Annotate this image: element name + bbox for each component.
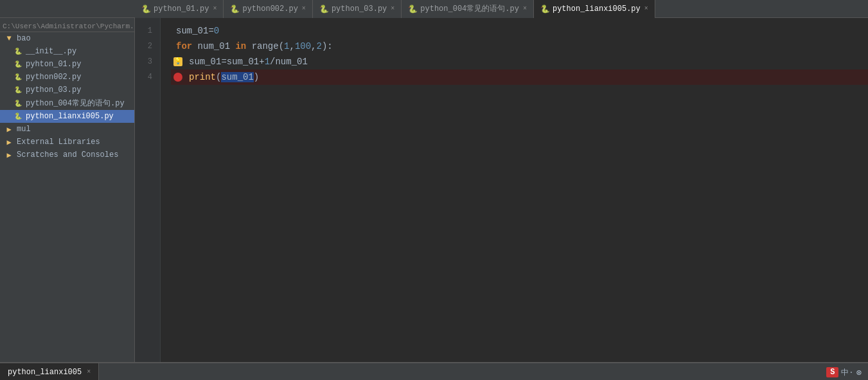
code-line-3: 💡 sum_01=sum_01+1/num_01 (171, 54, 868, 69)
tab-python002[interactable]: 🐍 python002.py × (224, 0, 312, 18)
bottom-tabs-bar: python_lianxi005 × S 中· ⊗ (0, 363, 868, 380)
folder-icon: ▶ (4, 124, 14, 134)
sidebar: C:\Users\Administrator\Pycharm... ▼ bao … (0, 18, 135, 362)
sidebar-item-python002[interactable]: 🐍 python002.py (0, 71, 134, 84)
py-file-icon: 🐍 (13, 85, 23, 95)
code-editor[interactable]: 1 2 3 4 sum_01=0 for num_01 in range(1,1… (135, 18, 868, 362)
tab-close[interactable]: × (644, 5, 648, 12)
code-line-1: sum_01=0 (171, 23, 868, 39)
py-file-icon: 🐍 (319, 5, 328, 14)
py-file-icon: 🐍 (13, 59, 23, 69)
tab-close[interactable]: × (213, 5, 217, 12)
library-icon: ▶ (4, 137, 14, 147)
py-file-icon: 🐍 (230, 5, 239, 14)
sogou-icon: S (826, 367, 838, 377)
bottom-panel: python_lianxi005 × S 中· ⊗ Traceback (mos… (0, 362, 868, 380)
py-file-icon: 🐍 (13, 111, 23, 122)
sidebar-path: C:\Users\Administrator\Pycharm... (0, 21, 134, 32)
code-lines[interactable]: sum_01=0 for num_01 in range(1,100,2): 💡… (161, 18, 868, 362)
sogou-lang: 中· (841, 367, 853, 378)
line-numbers: 1 2 3 4 (135, 18, 161, 362)
code-text-1: sum_01=0 (176, 23, 219, 39)
tab-python03[interactable]: 🐍 python_03.py × (313, 0, 402, 18)
code-text-4: print(sum_01) (189, 69, 259, 85)
sidebar-item-python004[interactable]: 🐍 python_004常见的语句.py (0, 96, 134, 110)
tabs-bar: 🐍 python_01.py × 🐍 python002.py × 🐍 pyth… (0, 0, 868, 18)
sidebar-item-bao[interactable]: ▼ bao (0, 32, 134, 45)
tab-close[interactable]: × (302, 5, 306, 12)
sidebar-item-python03[interactable]: 🐍 python_03.py (0, 84, 134, 96)
code-text-2: for num_01 in range(1,100,2): (176, 39, 333, 54)
sidebar-item-mul[interactable]: ▶ mul (0, 123, 134, 136)
bottom-tab-close[interactable]: × (87, 368, 91, 375)
sidebar-item-scratches[interactable]: ▶ Scratches and Consoles (0, 149, 134, 161)
code-text-3: sum_01=sum_01+1/num_01 (189, 54, 308, 69)
code-line-4: print(sum_01) (171, 69, 868, 85)
py-file-icon: 🐍 (408, 5, 417, 14)
scratch-icon: ▶ (4, 150, 14, 160)
folder-open-icon: ▼ (4, 33, 14, 44)
py-file-icon: 🐍 (13, 72, 23, 82)
sogou-bar: S 中· ⊗ (826, 363, 862, 380)
py-file-icon: 🐍 (13, 98, 23, 109)
code-line-2: for num_01 in range(1,100,2): (171, 39, 868, 54)
sidebar-item-python-lianxi005[interactable]: 🐍 python_lianxi005.py (0, 110, 134, 123)
tab-python004[interactable]: 🐍 python_004常见的语句.py × (402, 0, 534, 18)
tab-python-lianxi005[interactable]: 🐍 python_lianxi005.py × (534, 0, 655, 18)
py-file-icon: 🐍 (13, 46, 23, 57)
editor-area: 1 2 3 4 sum_01=0 for num_01 in range(1,1… (135, 18, 868, 362)
tab-close[interactable]: × (523, 5, 527, 12)
py-file-icon: 🐍 (540, 5, 549, 14)
tab-python01[interactable]: 🐍 python_01.py × (135, 0, 224, 18)
bottom-tab-run[interactable]: python_lianxi005 × (0, 363, 99, 381)
main-layout: C:\Users\Administrator\Pycharm... ▼ bao … (0, 18, 868, 362)
py-file-icon: 🐍 (141, 5, 150, 14)
sidebar-item-pyhton01[interactable]: 🐍 pyhton_01.py (0, 58, 134, 71)
sogou-close[interactable]: ⊗ (856, 367, 862, 378)
sidebar-item-ext-libs[interactable]: ▶ External Libraries (0, 136, 134, 149)
warning-icon: 💡 (173, 57, 182, 66)
tab-close[interactable]: × (391, 5, 394, 12)
sidebar-item-init[interactable]: 🐍 __init__.py (0, 45, 134, 58)
breakpoint-icon (173, 73, 182, 82)
